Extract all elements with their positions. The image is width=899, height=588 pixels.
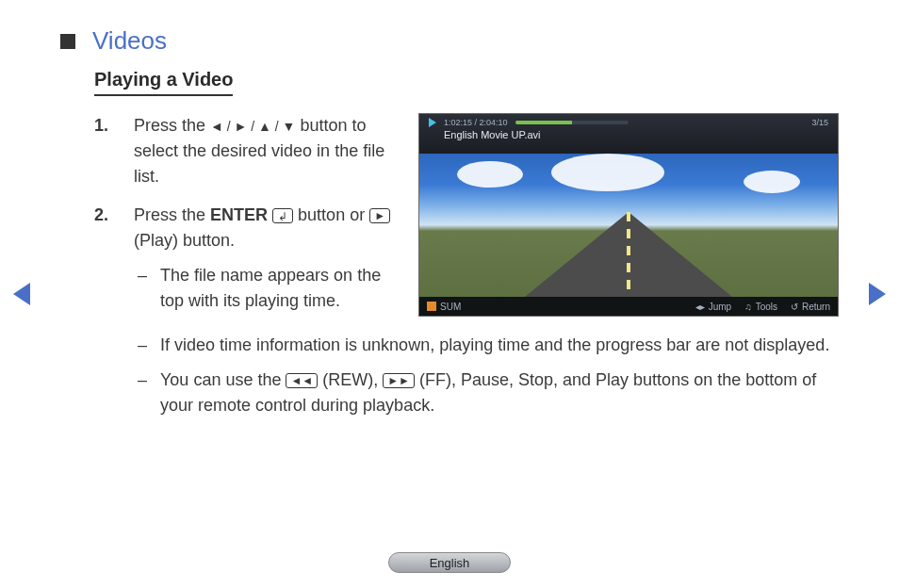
return-label: Return [802,302,830,312]
step2-pre: Press the [134,205,210,224]
dpad-arrows-icon: ◄ / ► / ▲ / ▼ [210,119,295,134]
playlist-counter: 3/15 [811,118,828,127]
return-hint: ↺ Return [791,302,830,312]
video-filename: English Movie UP.avi [444,129,828,140]
sub-item-a: The file name appears on the top with it… [134,263,396,314]
next-page-arrow[interactable] [869,283,886,305]
jump-label: Jump [709,302,731,312]
progress-fill [515,121,572,124]
step2-post: (Play) button. [134,231,235,250]
jump-arrows-icon: ◂▸ [695,302,705,312]
return-icon: ↺ [791,302,798,312]
sub-item-c: You can use the ◄◄ (REW), ►► (FF), Pause… [134,368,839,418]
tools-label: Tools [756,302,777,312]
cloud-icon [551,154,664,191]
section-title: Videos [92,26,167,56]
video-bottombar: SUM ◂▸ Jump ♫ Tools ↺ Return [419,297,838,316]
step-2: Press the ENTER button or ► (Play) butto… [94,203,396,314]
fastforward-button-icon: ►► [383,373,415,388]
sum-icon [427,302,436,311]
play-button-icon: ► [369,208,390,223]
section-bullet-icon [60,34,75,49]
video-preview: 1:02:15 / 2:04:10 3/15 English Movie UP.… [418,113,839,317]
step-1: Press the ◄ / ► / ▲ / ▼ button to select… [94,113,396,189]
enter-icon [272,208,293,223]
sum-label: SUM [440,302,461,312]
enter-label: ENTER [210,205,268,224]
cloud-icon [457,161,523,188]
road-line-graphic [627,212,630,297]
instruction-column: Press the ◄ / ► / ▲ / ▼ button to select… [94,113,396,327]
playback-time: 1:02:15 / 2:04:10 [444,118,508,127]
play-icon [429,118,436,127]
jump-hint: ◂▸ Jump [695,302,731,312]
progress-bar [515,121,629,124]
step1-pre: Press the [134,116,210,135]
manual-page: Videos Playing a Video Press the ◄ / ► /… [0,0,899,418]
sub-c-pre: You can use the [160,370,286,389]
sub-item-b: If video time information is unknown, pl… [134,333,839,358]
sub-c-mid1: (REW), [322,370,383,389]
language-indicator[interactable]: English [388,552,511,573]
cloud-icon [744,171,800,193]
section-header: Videos [60,26,839,56]
subsection-title: Playing a Video [94,69,233,96]
prev-page-arrow[interactable] [13,283,30,305]
rewind-button-icon: ◄◄ [286,373,318,388]
instruction-column-wide: If video time information is unknown, pl… [94,333,839,418]
step2-mid: button or [298,205,369,224]
sum-indicator: SUM [427,302,461,312]
tools-icon: ♫ [744,302,752,312]
video-topbar: 1:02:15 / 2:04:10 3/15 English Movie UP.… [419,114,838,154]
tools-hint: ♫ Tools [744,302,777,312]
